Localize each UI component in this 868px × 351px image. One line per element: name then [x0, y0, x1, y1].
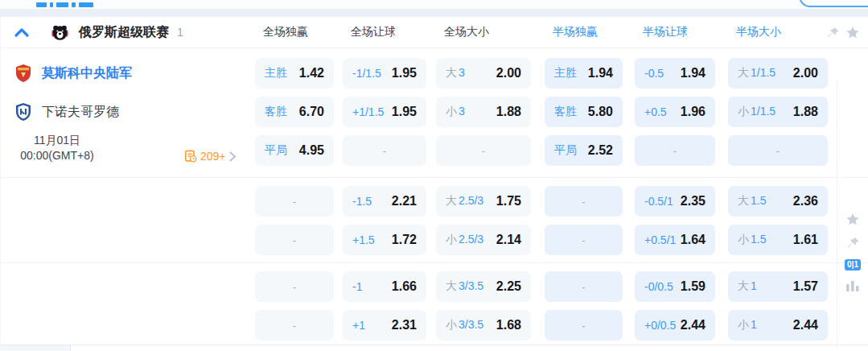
star-icon[interactable]	[845, 25, 861, 40]
odds-label: 小3/3.5	[446, 318, 483, 332]
odds-line: 1	[751, 279, 757, 292]
odds-value: 1.96	[681, 105, 706, 119]
odds-value: 4.95	[299, 143, 324, 158]
odds-cell[interactable]: +0.5/11.64	[635, 225, 715, 255]
odds-line: 主胜	[265, 66, 287, 79]
odds-value: 2.00	[793, 66, 818, 81]
page-gap-band	[0, 9, 868, 17]
odds-label: 小1	[738, 318, 757, 332]
odds-value: 1.88	[496, 105, 521, 119]
odds-value: 1.94	[588, 66, 613, 81]
odds-cell[interactable]: 大1/1.52.00	[728, 58, 828, 89]
score-badge[interactable]: 0|1	[845, 259, 861, 270]
odds-cell[interactable]: 小12.44	[728, 310, 828, 341]
odds-line: 2.5/3	[459, 194, 483, 207]
stats-bar-chart-icon[interactable]	[845, 279, 860, 292]
odds-cell[interactable]: 平局2.52	[545, 135, 623, 166]
odds-label: 大1	[738, 279, 757, 294]
odds-line: 1.5	[751, 233, 766, 246]
odds-cell[interactable]: 大1.52.36	[728, 186, 828, 217]
odds-value: 2.44	[681, 318, 706, 332]
odds-cell[interactable]: 大32.00	[436, 58, 531, 89]
ou-prefix: 小	[738, 105, 749, 118]
odds-label: -1.5	[352, 195, 372, 208]
tab-fragment	[56, 2, 68, 7]
away-team-name: 下诺夫哥罗德	[42, 104, 119, 121]
odds-value: 1.95	[392, 105, 417, 119]
odds-cell[interactable]: 客胜5.80	[545, 97, 623, 127]
odds-cell[interactable]: 小31.88	[436, 97, 531, 127]
odds-value: 1.94	[681, 66, 706, 81]
odds-cell[interactable]: 大2.5/31.75	[436, 186, 531, 217]
collapse-chevron-up-icon[interactable]	[14, 26, 30, 39]
match-datetime: 11月01日 00:00(GMT+8)	[1, 133, 113, 163]
away-team-row: 下诺夫哥罗德	[1, 97, 119, 127]
odds-line: +1	[352, 319, 365, 332]
odds-column-headers: 全场独赢全场让球全场大小半场独赢半场让球半场大小	[255, 25, 828, 39]
odds-value: 2.31	[392, 318, 417, 332]
odds-line: 1.5	[751, 194, 766, 207]
odds-cell[interactable]: 小2.5/32.14	[436, 225, 531, 255]
odds-label: +0/0.5	[644, 319, 676, 332]
odds-line: 3	[459, 105, 465, 118]
tab-fragment	[36, 2, 47, 7]
odds-cell[interactable]: -11.66	[343, 271, 426, 302]
odds-line: 3/3.5	[459, 318, 483, 331]
odds-cell[interactable]: 大3/3.52.25	[436, 271, 531, 302]
odds-value: 1.95	[392, 66, 417, 81]
odds-cell[interactable]: -1/1.51.95	[343, 58, 426, 89]
odds-cell[interactable]: 小1.51.61	[728, 225, 828, 255]
column-header: 半场大小	[728, 25, 828, 39]
odds-cell[interactable]: -0.5/12.35	[635, 186, 715, 217]
pin-icon[interactable]	[846, 236, 860, 250]
odds-cell[interactable]: 小1/1.51.88	[728, 97, 828, 127]
odds-label: 小1/1.5	[738, 105, 775, 119]
odds-cell-empty: -	[545, 186, 623, 217]
ou-prefix: 小	[738, 233, 749, 246]
odds-cell[interactable]: 小3/3.51.68	[436, 310, 531, 341]
odds-row: --11.66大3/3.52.25--0/0.51.59大11.57	[255, 271, 868, 302]
odds-value: 6.70	[299, 105, 324, 119]
league-logo-bear-icon	[51, 23, 69, 42]
league-header-row: 俄罗斯超级联赛 1 全场独赢全场让球全场大小半场独赢半场让球半场大小	[1, 17, 868, 48]
clipped-tab-text[interactable]	[36, 2, 93, 7]
odds-label: 大2.5/3	[446, 194, 483, 209]
odds-cell[interactable]: +1/1.51.95	[343, 97, 426, 127]
odds-cell-empty: -	[635, 135, 715, 166]
odds-cell[interactable]: 主胜1.94	[545, 58, 623, 89]
odds-cell[interactable]: -0.51.94	[635, 58, 715, 89]
more-markets-link[interactable]: 209+	[184, 148, 237, 164]
ou-prefix: 小	[738, 318, 749, 331]
odds-cell[interactable]: -1.52.21	[343, 186, 426, 217]
odds-cell[interactable]: +12.31	[343, 310, 426, 341]
odds-row: 平局4.95--平局2.52--	[255, 135, 868, 166]
odds-label: 小1.5	[738, 233, 766, 247]
odds-line: -1/1.5	[352, 67, 381, 80]
away-team-logo	[15, 102, 31, 122]
odds-cell[interactable]: -0/0.51.59	[635, 271, 715, 302]
odds-value: 2.00	[496, 66, 521, 81]
odds-label: -0.5/1	[644, 195, 673, 208]
odds-line: 2.5/3	[459, 233, 483, 246]
odds-cell[interactable]: +0.51.96	[635, 97, 715, 127]
ou-prefix: 大	[738, 279, 749, 292]
odds-row: --1.52.21大2.5/31.75--0.5/12.35大1.52.36	[255, 186, 868, 217]
odds-value: 1.88	[793, 105, 818, 119]
pin-icon[interactable]	[826, 26, 840, 40]
odds-label: +1/1.5	[352, 105, 384, 118]
odds-value: 1.59	[681, 279, 706, 294]
odds-cell[interactable]: 平局4.95	[255, 135, 334, 166]
favorite-star-icon[interactable]	[845, 212, 861, 227]
odds-row: -+1.51.72小2.5/32.14-+0.5/11.64小1.51.61	[255, 225, 868, 255]
clipped-pill-button[interactable]	[799, 0, 868, 7]
ou-prefix: 大	[446, 66, 457, 79]
odds-cell[interactable]: 大11.57	[728, 271, 828, 302]
odds-line: -1	[352, 280, 362, 293]
odds-cell[interactable]: 客胜6.70	[255, 97, 334, 127]
odds-cell[interactable]: +1.51.72	[343, 225, 426, 255]
odds-value: 2.52	[588, 143, 613, 158]
odds-cell[interactable]: +0/0.52.44	[635, 310, 715, 341]
odds-cell[interactable]: 主胜1.42	[255, 58, 334, 89]
odds-value: 2.35	[681, 194, 706, 209]
odds-label: 客胜	[554, 105, 577, 119]
